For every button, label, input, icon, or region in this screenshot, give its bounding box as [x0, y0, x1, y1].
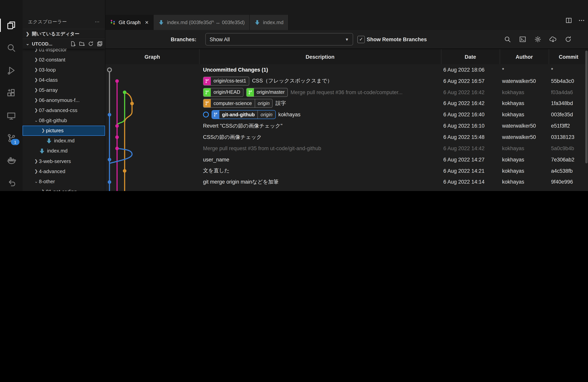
commit-hash: f8cda40e: [551, 188, 588, 191]
md-icon: [46, 138, 52, 144]
chevron-right-icon: ❯: [33, 169, 39, 174]
commit-date: 6 Aug 2022 18:06: [443, 64, 500, 75]
tab-index.md[interactable]: index.md (003fe35d^ ↔ 003fe35d): [154, 15, 250, 30]
md-icon: [254, 20, 260, 25]
branch-badge-git-and-github[interactable]: git-and-githuborigin: [211, 110, 275, 119]
commit-row[interactable]: 文を直した6 Aug 2022 14:21kokhayasa4c538fb: [105, 165, 588, 176]
commit-row[interactable]: git merge origin mainなどを加筆6 Aug 2022 14:…: [105, 176, 588, 188]
commit-row[interactable]: Uncommitted Changes (1)6 Aug 2022 18:06*…: [105, 64, 588, 75]
branch-badge-origin-css-test1[interactable]: origin/css-test1: [203, 77, 249, 85]
explorer-title-row: エクスプローラー ⋯: [22, 17, 105, 26]
tree-folder-01-inspector[interactable]: ❯01-inspector: [22, 49, 105, 54]
refresh-icon[interactable]: [565, 36, 572, 43]
show-remote-branches-checkbox[interactable]: ✓: [357, 36, 365, 43]
commit-row[interactable]: Merge pull request #35 from ut-code/git-…: [105, 143, 588, 154]
column-header-commit[interactable]: Commit: [549, 49, 588, 64]
more-actions-icon[interactable]: ⋯: [95, 19, 100, 24]
column-header-description[interactable]: Description: [199, 49, 441, 64]
badge-label: origin/HEAD: [211, 88, 243, 96]
activity-files[interactable]: [0, 16, 22, 34]
new-folder-icon[interactable]: [79, 41, 85, 47]
tree-folder-pictures[interactable]: ❯pictures: [22, 126, 105, 136]
tree-folder-01-not-coding[interactable]: ❯01-not-coding: [22, 187, 105, 191]
activity-bar: 1: [0, 0, 22, 191]
commit-author: waterwalker50: [502, 75, 549, 87]
badge-label: computer-science: [211, 99, 254, 107]
activity-source-control[interactable]: 1: [0, 129, 22, 147]
commit-date: 6 Aug 2022 16:40: [443, 109, 500, 120]
tree-folder-06-anonymous-f-[interactable]: ❯06-anonymous-f...: [22, 95, 105, 105]
commit-message: Merge pull request #35 from ut-code/git-…: [203, 146, 321, 151]
tree-folder-02-constant[interactable]: ❯02-constant: [22, 54, 105, 64]
chevron-right-icon: ❯: [25, 32, 30, 37]
tree-folder-4-advanced[interactable]: ❯4-advanced: [22, 166, 105, 176]
commit-row[interactable]: git-and-githuboriginkokhayas6 Aug 2022 1…: [105, 109, 588, 120]
activity-run-debug[interactable]: [0, 62, 22, 79]
activity-extensions[interactable]: [0, 84, 22, 102]
column-header-author[interactable]: Author: [500, 49, 549, 64]
activity-remote-explorer[interactable]: [0, 107, 22, 125]
chevron-right-icon: ❯: [41, 128, 46, 133]
commit-author: kokhayas: [502, 176, 549, 188]
commit-message: Uncommitted Changes (1): [203, 67, 268, 73]
tree-item-label: index.md: [47, 148, 68, 154]
column-header-date[interactable]: Date: [441, 49, 500, 64]
tree-folder-8-other[interactable]: ⌄8-other: [22, 176, 105, 186]
commit-row[interactable]: Revert "CSSの節の画像チェック"6 Aug 2022 16:10wat…: [105, 120, 588, 132]
split-editor-icon[interactable]: [566, 17, 572, 24]
tree-folder-03-loop[interactable]: ❯03-loop: [22, 64, 105, 75]
tree-file-index-md[interactable]: index.md: [22, 136, 105, 146]
tree-folder-04-class[interactable]: ❯04-class: [22, 75, 105, 85]
tree-folder-3-web-servers[interactable]: ❯3-web-servers: [22, 156, 105, 166]
commit-description: git-and-githuboriginkokhayas: [203, 109, 440, 120]
commit-row[interactable]: git cloneとgit branch6 Aug 2022 11:43kokh…: [105, 188, 588, 191]
chevron-right-icon: ❯: [33, 67, 39, 72]
commit-row[interactable]: CSSの節の画像チェック6 Aug 2022 15:48waterwalker5…: [105, 131, 588, 143]
gear-icon[interactable]: [534, 36, 541, 43]
tree-item-label: 01-not-coding: [46, 189, 77, 191]
tree-folder-07-advanced-css[interactable]: ❯07-advanced-css: [22, 105, 105, 115]
tree-item-label: index.md: [54, 138, 75, 144]
branch-badge-origin-head[interactable]: origin/HEAD: [203, 88, 243, 97]
refresh-icon[interactable]: [88, 41, 94, 47]
search-icon[interactable]: [504, 36, 511, 43]
branches-dropdown[interactable]: Show All ▼: [205, 33, 353, 45]
search-icon: [7, 43, 16, 53]
workspace-section[interactable]: ⌄ UTCOD...: [22, 39, 105, 49]
docker-icon: [7, 156, 16, 165]
chevron-right-icon: ❯: [33, 77, 39, 83]
new-file-icon[interactable]: [70, 41, 76, 47]
tree-folder-08-git-github[interactable]: ⌄08-git-github: [22, 115, 105, 126]
activity-search[interactable]: [0, 39, 22, 57]
close-icon[interactable]: ✕: [145, 20, 149, 25]
commit-row[interactable]: origin/HEADorigin/masterMerge pull reque…: [105, 86, 588, 98]
open-editors-section[interactable]: ❯ 開いているエディター: [22, 29, 105, 39]
tab-index.md[interactable]: index.md: [250, 15, 289, 30]
tab-git[interactable]: Git Graph✕: [105, 15, 154, 30]
tab-bar: Git Graph✕index.md (003fe35d^ ↔ 003fe35d…: [105, 0, 588, 30]
commit-author: kokhayas: [502, 154, 549, 165]
terminal-icon[interactable]: [519, 36, 526, 43]
git-graph-toolbar: Branches: Show All ▼ ✓ Show Remote Branc…: [105, 30, 588, 49]
scrollbar[interactable]: [585, 51, 588, 163]
tree-file-index-md[interactable]: index.md: [22, 146, 105, 156]
tree-folder-05-array[interactable]: ❯05-array: [22, 85, 105, 95]
commit-message: CSSの節の画像チェック: [203, 134, 262, 141]
commit-description: computer-scienceorigin誤字: [203, 98, 440, 109]
column-header-graph[interactable]: Graph: [105, 49, 200, 64]
commit-hash: 03138123: [551, 131, 588, 143]
commit-row[interactable]: computer-scienceorigin誤字6 Aug 2022 16:42…: [105, 98, 588, 109]
collapse-all-icon[interactable]: [97, 41, 103, 47]
commit-row[interactable]: user_name6 Aug 2022 14:27kokhayas7e306ab…: [105, 154, 588, 165]
cloud-download-icon[interactable]: [549, 36, 556, 43]
commit-author: kokhayas: [502, 188, 549, 191]
activity-docker[interactable]: [0, 152, 22, 170]
commit-hash: f03a4da6: [551, 86, 588, 98]
branch-badge-origin-master[interactable]: origin/master: [246, 88, 288, 97]
commit-row[interactable]: origin/css-test1CSS（フレックスボックスまで）6 Aug 20…: [105, 75, 588, 87]
tree-item-label: 3-web-servers: [39, 158, 71, 164]
commit-author: kokhayas: [502, 98, 549, 109]
branch-badge-computer-science[interactable]: computer-scienceorigin: [203, 99, 273, 108]
activity-undo-arrow[interactable]: [0, 174, 22, 191]
more-actions-icon[interactable]: [578, 17, 585, 24]
